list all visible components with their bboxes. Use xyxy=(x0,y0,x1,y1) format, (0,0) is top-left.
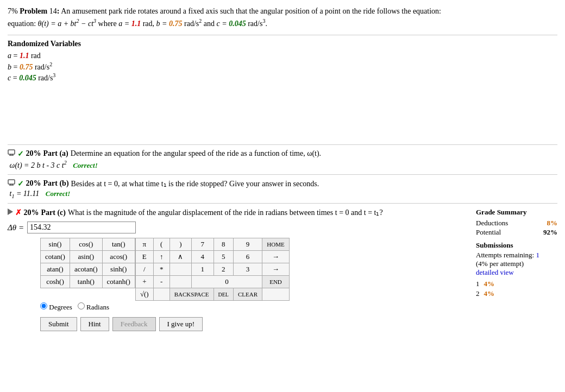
divide-button[interactable]: / xyxy=(135,263,153,276)
acos-button[interactable]: acos() xyxy=(102,251,135,263)
close-paren-button[interactable]: ) xyxy=(170,238,191,251)
part-a-sublabel: Part (a) xyxy=(43,149,68,158)
cotan-button[interactable]: cotan() xyxy=(41,251,70,263)
minus-button[interactable]: - xyxy=(153,276,170,288)
num8-button[interactable]: 8 xyxy=(214,238,233,251)
degrees-label: Degrees xyxy=(49,303,72,311)
arrow-right2-button[interactable]: → xyxy=(262,263,290,276)
num4-button[interactable]: 4 xyxy=(192,251,214,263)
part-b-question: Besides at t = 0, at what time t₁ is the… xyxy=(71,179,319,188)
del-button[interactable]: DEL xyxy=(214,288,233,301)
clear-button[interactable]: CLEAR xyxy=(233,288,262,301)
grade-summary-title: Grade Summary xyxy=(476,208,557,217)
atan-button[interactable]: atan() xyxy=(41,263,70,276)
svg-rect-0 xyxy=(8,150,15,154)
sqrt-button[interactable]: √() xyxy=(135,288,153,301)
radians-label: Radians xyxy=(86,303,109,311)
submissions-title: Submissions xyxy=(476,241,557,250)
asin-button[interactable]: asin() xyxy=(70,251,103,263)
home-button[interactable]: HOME xyxy=(262,238,290,251)
submission-2-row: 2 4% xyxy=(476,289,499,299)
attempts-line: Attempts remaining: 1 xyxy=(476,251,557,260)
cosh-button[interactable]: cosh() xyxy=(41,276,70,288)
deductions-row: Deductions 8% xyxy=(476,219,557,227)
c-unit: rad/s3 xyxy=(248,20,265,28)
num5-button[interactable]: 5 xyxy=(214,251,233,263)
part-b-section: ✓ 20% Part (b) Besides at t = 0, at what… xyxy=(8,179,557,199)
num9-button[interactable]: 9 xyxy=(233,238,262,251)
sub2-pct: 4% xyxy=(484,289,499,299)
part-b-label: 20% xyxy=(26,179,41,188)
pi-button[interactable]: π xyxy=(135,238,153,251)
potential-row: Potential 92% xyxy=(476,228,557,237)
radians-radio[interactable] xyxy=(78,302,85,309)
part-c-sublabel: Part (c) xyxy=(41,208,66,217)
part-b-correct: Correct! xyxy=(46,189,71,198)
attempts-value-link[interactable]: 1 xyxy=(536,251,539,259)
var-c-line: c = 0.045 rad/s3 xyxy=(8,72,557,83)
part-c-header: ✗ 20% Part (c) What is the magnitude of … xyxy=(8,208,470,217)
sin-button[interactable]: sin() xyxy=(41,238,70,251)
var-a-value: 1.1 xyxy=(20,52,29,60)
b-value: 0.75 xyxy=(169,20,183,28)
part-b-sublabel: Part (b) xyxy=(43,179,69,188)
num1-button[interactable]: 1 xyxy=(192,263,214,276)
grade-summary: Grade Summary Deductions 8% Potential 92… xyxy=(470,208,557,299)
part-c-question: What is the magnitude of the angular dis… xyxy=(68,208,383,217)
backspace-button[interactable]: BACKSPACE xyxy=(170,288,214,301)
deductions-value: 8% xyxy=(547,219,558,227)
num3-button[interactable]: 3 xyxy=(233,263,262,276)
calc-trig-table: sin() cos() tan() cotan() asin() acos() … xyxy=(40,238,135,288)
num0-button[interactable]: 0 xyxy=(192,276,262,288)
action-buttons: Submit Hint Feedback I give up! xyxy=(40,317,470,331)
up-arrow-button[interactable]: ↑ xyxy=(153,251,170,263)
sinh-button[interactable]: sinh() xyxy=(102,263,135,276)
main-container: 7% Problem 14: An amusement park ride ro… xyxy=(0,0,565,337)
spacer xyxy=(8,86,557,140)
b-unit: rad/s2 xyxy=(184,20,202,28)
part-b-answer: t1 = 11.11 Correct! xyxy=(8,189,557,199)
var-c-value: 0.045 xyxy=(19,74,36,82)
caret-button[interactable]: ∧ xyxy=(170,251,191,263)
end-button[interactable]: END xyxy=(262,276,290,288)
delta-theta-input[interactable] xyxy=(27,222,136,233)
submissions-table: 1 4% 2 4% xyxy=(476,279,499,299)
calc-numpad-table: π ( ) 7 8 9 HOME E ↑ ∧ 4 5 6 xyxy=(135,238,290,301)
detailed-view-link[interactable]: detailed view xyxy=(476,268,514,276)
sub2-num: 2 xyxy=(476,289,484,299)
delta-theta-label: Δθ = xyxy=(8,223,24,232)
tanh-button[interactable]: tanh() xyxy=(70,276,103,288)
rand-vars-section: Randomized Variables a = 1.1 rad b = 0.7… xyxy=(8,40,557,83)
c-label: c xyxy=(216,20,219,28)
svg-marker-8 xyxy=(8,208,13,215)
open-paren-button[interactable]: ( xyxy=(153,238,170,251)
cotanh-button[interactable]: cotanh() xyxy=(102,276,135,288)
tan-button[interactable]: tan() xyxy=(102,238,135,251)
plus-button[interactable]: + xyxy=(135,276,153,288)
num6-button[interactable]: 6 xyxy=(233,251,262,263)
multiply-button[interactable]: * xyxy=(153,263,170,276)
num7-button[interactable]: 7 xyxy=(192,238,214,251)
radians-option[interactable]: Radians xyxy=(78,302,109,312)
per-attempt-line: (4% per attempt) xyxy=(476,260,557,268)
acotan-button[interactable]: acotan() xyxy=(70,263,103,276)
part-a-header: ✓ 20% Part (a) Determine an equation for… xyxy=(8,149,557,159)
hint-button[interactable]: Hint xyxy=(80,317,109,331)
var-b-line: b = 0.75 rad/s2 xyxy=(8,61,557,72)
sub1-pct: 4% xyxy=(484,279,499,289)
num2-button[interactable]: 2 xyxy=(214,263,233,276)
e-button[interactable]: E xyxy=(135,251,153,263)
degrees-option[interactable]: Degrees xyxy=(40,302,72,312)
cos-button[interactable]: cos() xyxy=(70,238,103,251)
arrow-right-button[interactable]: → xyxy=(262,251,290,263)
deg-rad-row: Degrees Radians xyxy=(40,302,470,312)
give-up-button[interactable]: I give up! xyxy=(159,317,203,331)
degrees-radio[interactable] xyxy=(40,302,47,309)
submit-button[interactable]: Submit xyxy=(40,317,77,331)
part-b-header: ✓ 20% Part (b) Besides at t = 0, at what… xyxy=(8,179,557,188)
part-a-answer: ω(t) = 2 b t - 3 c t2 Correct! xyxy=(8,160,557,170)
problem-number: 14 xyxy=(49,7,57,15)
rand-vars-title: Randomized Variables xyxy=(8,40,557,48)
var-a-line: a = 1.1 rad xyxy=(8,52,557,60)
part-a-section: ✓ 20% Part (a) Determine an equation for… xyxy=(8,149,557,170)
